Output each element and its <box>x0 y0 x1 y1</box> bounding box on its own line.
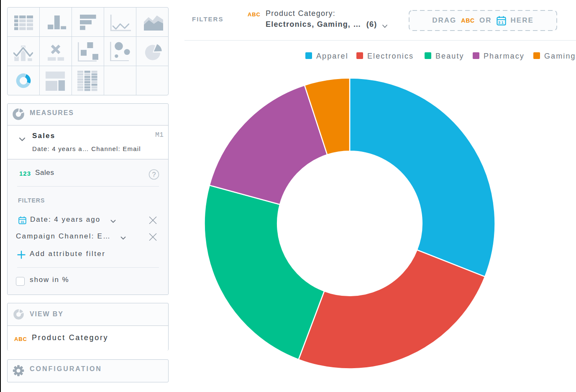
svg-text:31: 31 <box>498 20 504 24</box>
svg-text:?: ? <box>152 171 156 178</box>
svg-text:31: 31 <box>20 220 24 224</box>
